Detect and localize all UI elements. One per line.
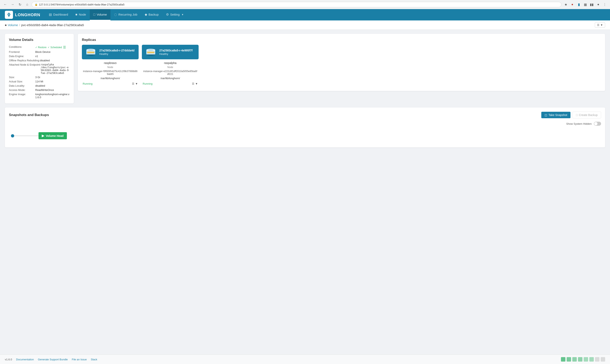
detail-label-data-locality: Data Locality: — [9, 84, 35, 87]
detail-value-engine-image: longhornio/longhorn-engine:v1.6.0 — [35, 93, 70, 99]
replica-meta-im-2: instance-manager-e222c8f1dff2010a5055e85… — [143, 70, 198, 76]
replica-card-1: 27a2583ca8a5-r-27ddda4d Healthy — [82, 45, 139, 59]
replica-meta-node-name-2: raspalpha — [143, 61, 198, 65]
footer-icon-4 — [578, 357, 583, 362]
main-content: Volume Details Conditions: ✓ Restore ✓ S… — [0, 30, 610, 354]
detail-label-size: Size: — [9, 76, 35, 79]
replica-health-2: Healthy — [159, 52, 195, 55]
home-button[interactable]: ⌂ — [24, 2, 30, 7]
detail-value-conditions: ✓ Restore ✓ Scheduled ☰ — [35, 45, 66, 49]
replica-item-1: 27a2583ca8a5-r-27ddda4d Healthy raspbrav… — [82, 45, 139, 85]
extension2-button[interactable]: ▮ — [576, 2, 582, 7]
extension1-button[interactable]: ● — [569, 2, 575, 7]
list-view-button[interactable]: ☰ ▼ — [595, 23, 605, 27]
detail-label-access-mode: Access Mode: — [9, 89, 35, 91]
footer-link-docs[interactable]: Documentation — [16, 358, 34, 361]
replica-node-label-1: Node — [108, 66, 113, 69]
replica-meta-node-name-1: raspbravo — [83, 61, 138, 65]
breadcrumb-icon: ■ — [5, 24, 6, 27]
menu-button[interactable]: ⋮ — [602, 2, 608, 7]
nav-item-volume[interactable]: □ Volume — [90, 9, 111, 20]
detail-value-actual-size: 114 Mi — [35, 80, 43, 83]
replica-info-2: 27a2583ca8a5-r-4e995f7f Healthy — [159, 49, 195, 55]
footer-icon-2 — [567, 357, 571, 362]
nav-items: ▤ Dashboard ■ Node □ Volume ◌ Recurring … — [45, 9, 188, 20]
snapshot-line — [14, 136, 39, 136]
system-hidden-toggle[interactable] — [594, 122, 601, 126]
footer-icon-7 — [595, 357, 599, 362]
sidebar-button[interactable]: ▮▮ — [589, 2, 595, 7]
replica-meta-path-1: /var/lib/longhorn/ — [83, 77, 138, 80]
detail-label-engine-image: Engine Image: — [9, 93, 35, 96]
detail-row-actual-size: Actual Size: 114 Mi — [9, 79, 70, 84]
breadcrumb-volume-link[interactable]: Volume — [8, 23, 18, 27]
take-snapshot-label: Take Snapshot — [548, 113, 567, 117]
list-icon: ☰ — [597, 24, 599, 26]
detail-label-actual-size: Actual Size: — [9, 80, 35, 83]
replica-actions-1[interactable]: ☰ ▼ — [132, 82, 138, 85]
replica-actions-2[interactable]: ☰ ▼ — [192, 82, 198, 85]
detail-value-attached-node: raspalpha /dev/longhorn/pvc-e50cb5b5-da8… — [41, 63, 70, 75]
replica-name-2: 27a2583ca8a5-r-4e995f7f — [159, 49, 195, 52]
bookmark-button[interactable]: ★ — [563, 2, 569, 7]
extension3-button[interactable]: ▦ — [583, 2, 588, 7]
snapshots-card: Snapshots and Backups ◫ Take Snapshot □ … — [5, 107, 605, 147]
replica-item-2: 27a2583ca8a5-r-4e995f7f Healthy raspalph… — [142, 45, 199, 85]
volume-head-button[interactable]: ▶ Volume Head — [39, 132, 67, 139]
brand: LONGHORN — [0, 11, 45, 19]
volume-details-scroll[interactable]: Conditions: ✓ Restore ✓ Scheduled ☰ Fron… — [9, 45, 70, 99]
system-hidden-row: Show System Hidden: — [9, 122, 601, 126]
scheduled-icon: ☰ — [63, 45, 66, 49]
detail-row-access-mode: Access Mode: ReadWriteOnce — [9, 88, 70, 92]
chevron-down-icon: ▼ — [181, 13, 184, 16]
breadcrumb-bar: ■ Volume / pvc-e50cb5b5-da84-4ada-9fae-2… — [0, 20, 610, 30]
footer-link-support[interactable]: Generate Support Bundle — [38, 358, 68, 361]
address-bar[interactable]: 🔒 127.0.0.1:54079/#/volume/pvc-e50cb5b5-… — [32, 2, 561, 7]
replica-name-1: 27a2583ca8a5-r-27ddda4d — [99, 49, 135, 52]
show-system-hidden-label: Show System Hidden: — [566, 122, 592, 125]
svg-point-4 — [88, 49, 94, 51]
detail-label-data-engine: Data Engine: — [9, 55, 35, 58]
back-button[interactable]: ← — [2, 2, 8, 7]
detail-row-data-locality: Data Locality: disabled — [9, 84, 70, 88]
footer-link-slack[interactable]: Slack — [91, 358, 97, 361]
chart-icon: ▤ — [49, 13, 52, 16]
take-snapshot-button[interactable]: ◫ Take Snapshot — [541, 112, 570, 118]
reload-button[interactable]: ↻ — [17, 2, 23, 7]
svg-rect-5 — [87, 52, 95, 53]
disk-icon-1 — [85, 48, 96, 56]
backup-icon: □ — [576, 113, 578, 117]
forward-button[interactable]: → — [10, 2, 15, 7]
brand-icon — [5, 11, 13, 19]
replica-footer-1: Running ☰ ▼ — [82, 81, 139, 85]
replica-footer-2: Running ☰ ▼ — [142, 81, 199, 85]
nav-item-recurring-job[interactable]: ◌ Recurring Job — [110, 9, 141, 20]
detail-row-attached-node: Attached Node & Endpoint: raspalpha /dev… — [9, 63, 70, 75]
replica-status-1: Running — [83, 82, 92, 85]
footer-icon-8 — [601, 357, 605, 362]
badge-restore: ✓ Restore — [35, 46, 46, 49]
profile-button[interactable]: ● — [596, 2, 601, 7]
detail-value-offline-replica: disabled — [40, 59, 50, 62]
create-backup-label: Create Backup — [579, 113, 598, 117]
breadcrumb-separator: / — [19, 23, 20, 27]
nav-item-node[interactable]: ■ Node — [72, 9, 90, 20]
detail-label-attached-node: Attached Node & Endpoint: — [9, 63, 41, 66]
replica-node-label-2: Node — [167, 66, 173, 69]
badge-scheduled: ✓ Scheduled — [48, 46, 62, 49]
nav-item-setting[interactable]: ⚙ Setting ▼ — [162, 9, 188, 20]
lock-icon: 🔒 — [35, 3, 38, 6]
top-navigation: LONGHORN ▤ Dashboard ■ Node □ Volume ◌ R… — [0, 9, 610, 20]
footer-icon-1 — [561, 357, 565, 362]
replica-meta-1: raspbravo Node instance-manager-f9f90954… — [82, 61, 139, 80]
nav-item-backup[interactable]: ◆ Backup — [141, 9, 162, 20]
create-backup-button[interactable]: □ Create Backup — [572, 112, 601, 118]
gear-icon: ⚙ — [166, 13, 169, 16]
replica-path-1: /var/lib/longhorn/ — [100, 77, 120, 80]
nav-label-volume: Volume — [97, 13, 107, 16]
footer-link-issue[interactable]: File an Issue — [72, 358, 87, 361]
nav-item-dashboard[interactable]: ▤ Dashboard — [45, 9, 72, 20]
replica-node-name-2: raspalpha — [164, 61, 176, 65]
snapshots-header: Snapshots and Backups ◫ Take Snapshot □ … — [9, 112, 601, 118]
detail-row-conditions: Conditions: ✓ Restore ✓ Scheduled ☰ — [9, 45, 70, 50]
